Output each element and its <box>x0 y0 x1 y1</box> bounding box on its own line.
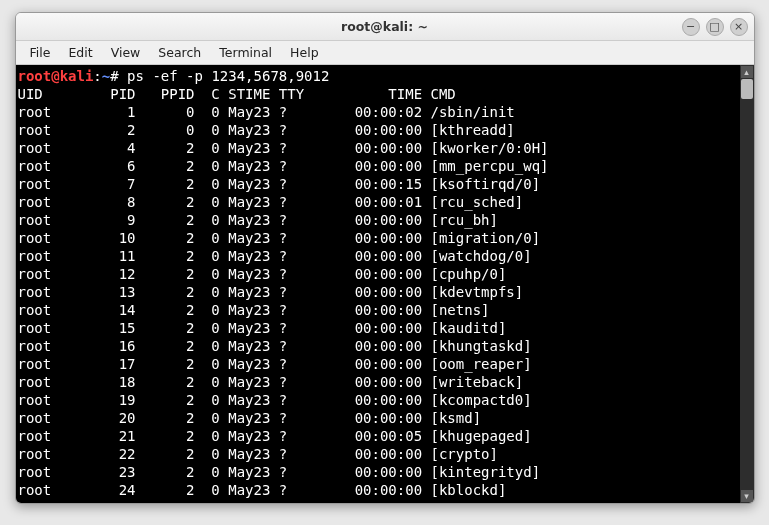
ps-row: root 2 0 0 May23 ? 00:00:00 [kthreadd] <box>18 122 515 138</box>
ps-row: root 21 2 0 May23 ? 00:00:05 [khugepaged… <box>18 428 532 444</box>
minimize-button[interactable]: − <box>682 18 700 36</box>
ps-row: root 18 2 0 May23 ? 00:00:00 [writeback] <box>18 374 524 390</box>
prompt-path: ~ <box>102 68 110 84</box>
menu-terminal[interactable]: Terminal <box>211 42 280 63</box>
menu-file[interactable]: File <box>22 42 59 63</box>
ps-row: root 11 2 0 May23 ? 00:00:00 [watchdog/0… <box>18 248 532 264</box>
titlebar: root@kali: ~ − □ × <box>16 13 754 41</box>
terminal-area: root@kali:~# ps -ef -p 1234,5678,9012 UI… <box>16 65 754 503</box>
menubar: File Edit View Search Terminal Help <box>16 41 754 65</box>
ps-row: root 8 2 0 May23 ? 00:00:01 [rcu_sched] <box>18 194 524 210</box>
scrollbar[interactable]: ▴ ▾ <box>740 65 754 503</box>
window-title: root@kali: ~ <box>341 19 428 34</box>
menu-help[interactable]: Help <box>282 42 327 63</box>
ps-row: root 4 2 0 May23 ? 00:00:00 [kworker/0:0… <box>18 140 549 156</box>
prompt-symbol: # <box>110 68 118 84</box>
ps-row: root 13 2 0 May23 ? 00:00:00 [kdevtmpfs] <box>18 284 524 300</box>
command-line: ps -ef -p 1234,5678,9012 <box>119 68 330 84</box>
prompt-user-host: root@kali <box>18 68 94 84</box>
ps-row: root 16 2 0 May23 ? 00:00:00 [khungtaskd… <box>18 338 532 354</box>
menu-edit[interactable]: Edit <box>60 42 100 63</box>
ps-header: UID PID PPID C STIME TTY TIME CMD <box>18 86 456 102</box>
ps-row: root 22 2 0 May23 ? 00:00:00 [crypto] <box>18 446 498 462</box>
terminal-window: root@kali: ~ − □ × File Edit View Search… <box>15 12 755 504</box>
ps-row: root 6 2 0 May23 ? 00:00:00 [mm_percpu_w… <box>18 158 549 174</box>
ps-row: root 24 2 0 May23 ? 00:00:00 [kblockd] <box>18 482 507 498</box>
terminal-output[interactable]: root@kali:~# ps -ef -p 1234,5678,9012 UI… <box>16 65 740 503</box>
menu-view[interactable]: View <box>103 42 149 63</box>
window-buttons: − □ × <box>682 18 748 36</box>
ps-row: root 12 2 0 May23 ? 00:00:00 [cpuhp/0] <box>18 266 507 282</box>
ps-row: root 10 2 0 May23 ? 00:00:00 [migration/… <box>18 230 541 246</box>
scroll-thumb[interactable] <box>741 79 753 99</box>
ps-row: root 14 2 0 May23 ? 00:00:00 [netns] <box>18 302 490 318</box>
ps-row: root 15 2 0 May23 ? 00:00:00 [kauditd] <box>18 320 507 336</box>
ps-row: root 17 2 0 May23 ? 00:00:00 [oom_reaper… <box>18 356 532 372</box>
ps-row: root 20 2 0 May23 ? 00:00:00 [ksmd] <box>18 410 482 426</box>
close-button[interactable]: × <box>730 18 748 36</box>
prompt-colon: : <box>93 68 101 84</box>
ps-row: root 1 0 0 May23 ? 00:00:02 /sbin/init <box>18 104 515 120</box>
ps-row: root 19 2 0 May23 ? 00:00:00 [kcompactd0… <box>18 392 532 408</box>
ps-row: root 9 2 0 May23 ? 00:00:00 [rcu_bh] <box>18 212 498 228</box>
maximize-button[interactable]: □ <box>706 18 724 36</box>
scroll-down-icon[interactable]: ▾ <box>741 490 753 502</box>
ps-row: root 7 2 0 May23 ? 00:00:15 [ksoftirqd/0… <box>18 176 541 192</box>
menu-search[interactable]: Search <box>150 42 209 63</box>
ps-row: root 23 2 0 May23 ? 00:00:00 [kintegrity… <box>18 464 541 480</box>
scroll-up-icon[interactable]: ▴ <box>741 66 753 78</box>
